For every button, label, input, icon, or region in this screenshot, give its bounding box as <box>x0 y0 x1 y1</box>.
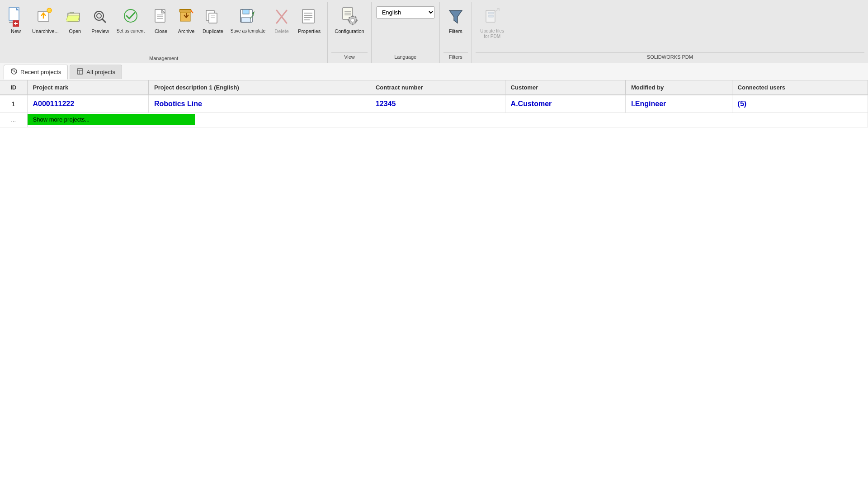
col-header-customer: Customer <box>505 80 625 95</box>
language-group-label: Language <box>394 54 416 63</box>
svg-line-13 <box>102 19 105 22</box>
cell-id: 1 <box>0 95 27 113</box>
col-header-modified-by: Modified by <box>625 80 732 95</box>
management-group: New ⚡ Unarchive... <box>0 2 328 63</box>
svg-text:⚡: ⚡ <box>48 9 53 13</box>
open-icon <box>66 6 84 28</box>
svg-rect-30 <box>241 18 250 22</box>
tab-all-projects-label: All projects <box>86 69 115 75</box>
set-as-current-label: Set as current <box>117 28 145 34</box>
duplicate-icon <box>204 6 222 28</box>
language-group: English German French Spanish Language <box>372 2 440 63</box>
set-as-current-icon <box>122 6 140 28</box>
cell-modified-by: I.Engineer <box>625 95 732 113</box>
show-more-button[interactable]: Show more projects... <box>28 114 195 125</box>
configuration-label: Configuration <box>335 28 364 34</box>
new-button[interactable]: New <box>4 4 28 37</box>
svg-rect-29 <box>243 9 249 14</box>
tab-all-projects[interactable]: All projects <box>70 65 122 79</box>
projects-table: ID Project mark Project description 1 (E… <box>0 80 868 127</box>
archive-label: Archive <box>178 28 195 34</box>
configuration-button[interactable]: Configuration <box>331 4 367 37</box>
open-label: Open <box>69 28 81 34</box>
save-as-template-button[interactable]: Save as template <box>227 4 269 36</box>
update-files-pdm-button[interactable]: Update files for PDM <box>476 4 509 42</box>
view-group: Configuration View <box>328 2 371 63</box>
management-group-items: New ⚡ Unarchive... <box>3 2 325 54</box>
duplicate-label: Duplicate <box>203 28 223 34</box>
view-group-label: View <box>331 52 367 63</box>
pdm-group-label: SOLIDWORKS PDM <box>476 52 864 63</box>
svg-rect-47 <box>356 20 358 21</box>
ellipsis-text: ... <box>11 117 16 123</box>
svg-rect-54 <box>488 15 494 17</box>
col-header-connected-users: Connected users <box>732 80 868 95</box>
delete-icon <box>273 6 291 28</box>
svg-point-12 <box>97 14 101 18</box>
cell-project-description: Robotics Line <box>149 95 370 113</box>
properties-label: Properties <box>298 28 321 34</box>
show-more-cell: Show more projects... <box>27 113 868 127</box>
svg-point-43 <box>351 19 354 22</box>
cell-project-mark: A000111222 <box>27 95 149 113</box>
preview-button[interactable]: Preview <box>88 4 113 37</box>
tab-recent-projects-label: Recent projects <box>20 69 61 75</box>
tabs-bar: Recent projects All projects <box>0 63 868 80</box>
archive-button[interactable]: Archive <box>174 4 198 37</box>
set-as-current-button[interactable]: Set as current <box>113 4 148 36</box>
filters-group-items: Filters <box>443 2 468 52</box>
language-select[interactable]: English German French Spanish <box>376 6 435 19</box>
unarchive-button[interactable]: ⚡ Unarchive... <box>29 4 62 37</box>
filters-group: Filters Filters <box>440 2 472 63</box>
tab-recent-projects[interactable]: Recent projects <box>4 65 68 80</box>
col-header-project-description: Project description 1 (English) <box>149 80 370 95</box>
cell-customer: A.Customer <box>505 95 625 113</box>
preview-icon <box>91 6 109 28</box>
filters-icon <box>447 6 465 28</box>
update-files-pdm-label: Update files for PDM <box>479 28 506 39</box>
preview-label: Preview <box>91 28 109 34</box>
language-select-wrapper[interactable]: English German French Spanish <box>376 6 435 19</box>
properties-button[interactable]: Properties <box>295 4 324 37</box>
delete-button[interactable]: Delete <box>269 4 294 37</box>
svg-rect-25 <box>209 13 217 23</box>
filters-button[interactable]: Filters <box>443 4 468 37</box>
close-label: Close <box>155 28 167 34</box>
all-projects-tab-icon <box>76 68 84 76</box>
close-button[interactable]: Close <box>149 4 173 37</box>
delete-label: Delete <box>274 28 289 34</box>
main-content: ID Project mark Project description 1 (E… <box>0 80 868 488</box>
new-icon <box>7 6 25 28</box>
configuration-icon <box>340 6 359 28</box>
svg-rect-45 <box>352 23 353 25</box>
show-more-row: ... Show more projects... <box>0 113 868 127</box>
col-header-contract-number: Contract number <box>370 80 505 95</box>
filters-label: Filters <box>449 28 462 34</box>
cell-connected-users: (5) <box>732 95 868 113</box>
properties-icon <box>300 6 318 28</box>
pdm-group: Update files for PDM SOLIDWORKS PDM <box>472 2 868 63</box>
unarchive-icon: ⚡ <box>36 6 54 28</box>
update-files-pdm-icon <box>483 6 501 28</box>
svg-rect-44 <box>352 15 353 17</box>
unarchive-label: Unarchive... <box>32 28 59 34</box>
col-header-id: ID <box>0 80 27 95</box>
svg-rect-33 <box>302 9 314 23</box>
new-label: New <box>11 28 21 34</box>
pdm-group-items: Update files for PDM <box>476 2 864 52</box>
ellipsis-cell: ... <box>0 113 27 127</box>
archive-icon <box>177 6 195 28</box>
save-as-template-icon <box>239 6 257 28</box>
recent-projects-tab-icon <box>10 68 18 76</box>
close-icon <box>152 6 170 28</box>
filters-group-label: Filters <box>443 52 468 63</box>
cell-contract-number: 12345 <box>370 95 505 113</box>
duplicate-button[interactable]: Duplicate <box>199 4 226 37</box>
management-group-label: Management <box>3 54 325 63</box>
save-as-template-label: Save as template <box>231 28 265 34</box>
svg-rect-53 <box>488 12 494 14</box>
table-row[interactable]: 1 A000111222 Robotics Line 12345 A.Custo… <box>0 95 868 113</box>
svg-rect-56 <box>77 69 83 74</box>
col-header-project-mark: Project mark <box>27 80 149 95</box>
open-button[interactable]: Open <box>63 4 87 37</box>
